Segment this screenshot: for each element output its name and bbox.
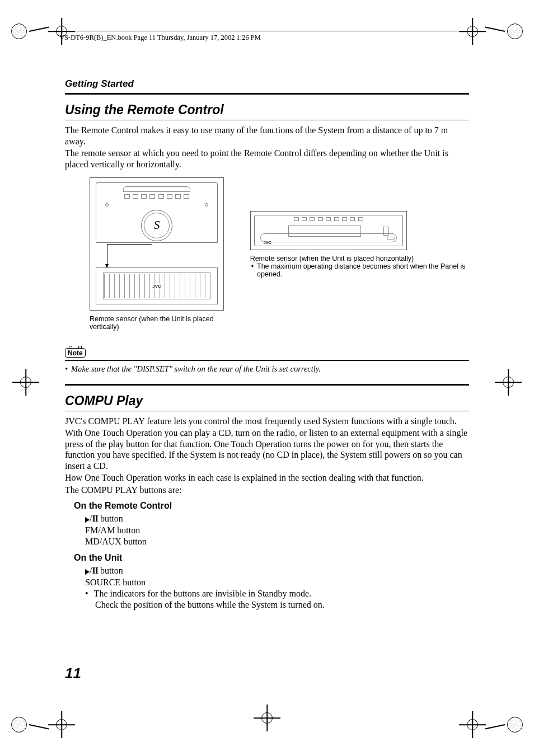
unit-note-text: The indicators for the buttons are invis…	[94, 588, 311, 599]
figure-unit-vertical: S JVC	[90, 177, 224, 311]
unit-note-subtext: Check the position of the buttons while …	[95, 599, 469, 611]
remote-button-fm-am: FM/AM button	[85, 525, 469, 536]
play-icon	[85, 566, 90, 577]
compu-p4: The COMPU PLAY buttons are:	[65, 485, 469, 496]
subhead-remote: On the Remote Control	[74, 501, 469, 511]
note-icon: Note	[65, 348, 86, 358]
remote-button-play-suffix: button	[98, 514, 123, 523]
unit-button-play-pause: /II button	[85, 565, 469, 577]
compu-p2: With One Touch Operation you can play a …	[65, 428, 469, 471]
header-rule	[56, 31, 478, 31]
section-label: Getting Started	[65, 78, 469, 90]
crop-mark-mid-right	[498, 372, 518, 392]
remote-button-md-aux: MD/AUX button	[85, 536, 469, 547]
pause-icon: II	[92, 514, 97, 523]
note-text-content: Make sure that the "DISP.SET" switch on …	[71, 364, 321, 373]
heading-underline-2	[65, 411, 469, 411]
heading-using-remote: Using the Remote Control	[65, 102, 469, 118]
figure-jvc-logo: JVC	[151, 284, 162, 289]
subhead-unit: On the Unit	[74, 553, 469, 563]
unit-note-bullet: • The indicators for the buttons are inv…	[85, 588, 469, 599]
remote-button-play-pause: /II button	[85, 513, 469, 525]
crop-mark-bottom-right	[462, 715, 523, 735]
section-rule-2	[65, 384, 469, 386]
figure-horizontal-column: JVC Remote sensor (when the Unit is plac…	[250, 177, 469, 278]
unit-button-list: /II button SOURCE button	[85, 565, 469, 588]
crop-mark-bottom-left	[11, 715, 72, 735]
figure-jvc-logo-h: JVC	[264, 241, 271, 245]
unit-button-source: SOURCE button	[85, 577, 469, 588]
pause-icon: II	[92, 566, 97, 575]
page-content: Getting Started Using the Remote Control…	[65, 78, 469, 611]
bullet-dot-icon: •	[85, 588, 88, 599]
caption-horizontal: Remote sensor (when the Unit is placed h…	[250, 255, 418, 262]
note-block: Note •Make sure that the "DISP.SET" swit…	[65, 348, 469, 373]
figure-vertical-column: S JVC Remote sensor (when the Unit is pl…	[65, 177, 228, 331]
play-icon	[85, 514, 90, 525]
note-rule	[65, 360, 469, 360]
caption-horizontal-bullet: • The maximum operating distance becomes…	[250, 262, 469, 278]
heading-compu-play: COMPU Play	[65, 393, 469, 408]
caption-vertical: Remote sensor (when the Unit is placed v…	[90, 315, 228, 331]
page-number: 11	[65, 665, 81, 682]
compu-p3: How One Touch Operation works in each ca…	[65, 472, 469, 483]
paragraph-remote-sensor: The remote sensor at which you need to p…	[65, 148, 469, 170]
bullet-dot-icon: •	[65, 364, 68, 373]
note-text: •Make sure that the "DISP.SET" switch on…	[65, 364, 469, 374]
figure-unit-horizontal: JVC	[250, 211, 407, 250]
figures-row: S JVC Remote sensor (when the Unit is pl…	[65, 177, 469, 331]
bullet-dot-icon: •	[251, 262, 254, 278]
caption-horizontal-bullet-text: The maximum operating distance becomes s…	[257, 262, 469, 278]
crop-mark-bottom-center	[257, 708, 277, 728]
unit-button-play-suffix: button	[98, 566, 123, 575]
remote-button-list: /II button FM/AM button MD/AUX button	[85, 513, 469, 547]
paragraph-remote-distance: The Remote Control makes it easy to use …	[65, 125, 469, 147]
heading-underline-1	[65, 120, 469, 120]
compu-p1: JVC's COMPU PLAY feature lets you contro…	[65, 416, 469, 427]
section-rule	[65, 93, 469, 95]
book-header-line: VS-DT6-9R(B)_EN.book Page 11 Thursday, J…	[59, 34, 261, 42]
crop-mark-mid-left	[16, 372, 36, 392]
